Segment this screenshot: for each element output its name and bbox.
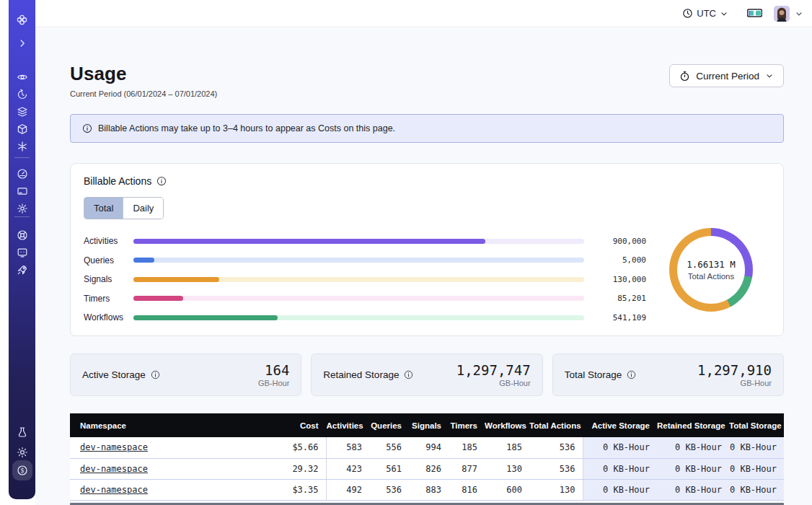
bar-value: 5,000 [584, 255, 646, 265]
cell-namespace: dev-namespace [70, 437, 261, 458]
storage-card-value: 1,297,747 [456, 363, 531, 378]
storage-card-unit: GB-Hour [697, 379, 772, 387]
cell-signals: 883 [409, 479, 449, 500]
cell-cost: $3.35 [261, 479, 326, 500]
cell-retained-storage: 0 KB-Hour [657, 479, 729, 500]
namespace-link[interactable]: dev-namespace [80, 464, 148, 474]
column-header-signals: Signals [409, 413, 449, 437]
column-header-retained-storage: Retained Storage [657, 413, 729, 437]
bar-row-timers: Timers85,201 [84, 289, 646, 309]
table-header-row: NamespaceCostActivitiesQueriesSignalsTim… [70, 413, 784, 437]
retry-clock-icon[interactable] [9, 89, 35, 100]
temporal-logo-icon[interactable] [9, 14, 35, 26]
bar-row-queries: Queries5,000 [84, 251, 646, 271]
bar-value: 85,201 [584, 294, 646, 303]
tab-total[interactable]: Total [84, 198, 123, 219]
namespace-link[interactable]: dev-namespace [80, 442, 148, 452]
page-subtitle: Current Period (06/01/2024 – 07/01/2024) [70, 89, 217, 98]
current-period-label: Current Period [696, 71, 759, 82]
cell-workflows: 600 [485, 479, 529, 500]
cell-active-storage: 0 KB-Hour [583, 437, 657, 458]
dollar-coin-icon: $ [17, 465, 28, 476]
bar-fill [133, 296, 183, 301]
cube-icon[interactable] [9, 123, 35, 135]
usage-billing-active-button[interactable]: $ [12, 460, 32, 480]
account-menu-chevron-icon[interactable] [795, 9, 803, 18]
timezone-selector[interactable]: UTC [682, 8, 728, 19]
credit-card-icon[interactable] [9, 185, 35, 197]
bar-track [133, 258, 584, 263]
cell-queries: 561 [369, 458, 409, 479]
table-row: dev-namespace$3.354925368838166001300 KB… [70, 479, 784, 500]
info-icon[interactable] [404, 370, 413, 379]
active-storage-card: Active Storage164GB-Hour [70, 354, 301, 396]
cell-timers: 816 [449, 479, 485, 500]
3d-glasses-icon[interactable] [747, 9, 762, 18]
cell-activities: 583 [326, 437, 369, 458]
flask-icon[interactable] [9, 426, 35, 438]
horizontal-scrollbar[interactable] [70, 503, 784, 505]
bar-label: Queries [84, 255, 133, 265]
main-content: Usage Current Period (06/01/2024 – 07/01… [35, 28, 812, 505]
column-header-namespace: Namespace [70, 413, 261, 437]
billable-actions-title: Billable Actions [84, 175, 151, 187]
cell-signals: 994 [409, 437, 449, 458]
namespace-link[interactable]: dev-namespace [80, 485, 148, 495]
storage-card-value: 164 [258, 363, 289, 378]
bar-label: Workflows [84, 312, 133, 322]
cell-queries: 536 [369, 479, 409, 500]
total-daily-toggle: TotalDaily [84, 197, 164, 219]
nexus-asterisk-icon[interactable] [9, 141, 35, 152]
storage-card-label: Total Storage [565, 369, 622, 380]
bar-track [133, 239, 584, 244]
storage-card-label: Retained Storage [323, 369, 399, 380]
namespace-usage-table: NamespaceCostActivitiesQueriesSignalsTim… [70, 413, 784, 505]
info-icon [82, 123, 92, 133]
top-bar: UTC [35, 0, 812, 27]
svg-text:$: $ [20, 467, 24, 474]
storage-card-unit: GB-Hour [456, 379, 531, 387]
cell-retained-storage: 0 KB-Hour [657, 437, 729, 458]
eye-icon[interactable] [9, 71, 35, 83]
layers-icon[interactable] [9, 106, 35, 118]
cell-activities: 423 [326, 458, 369, 479]
lifebuoy-icon[interactable] [9, 229, 35, 241]
bar-fill [133, 239, 485, 244]
storage-card-label: Active Storage [82, 369, 146, 380]
cell-cost: 29.32 [261, 458, 326, 479]
bar-value: 130,000 [584, 275, 646, 284]
tab-daily[interactable]: Daily [123, 198, 163, 219]
bar-track [133, 277, 584, 282]
bar-fill [133, 258, 154, 263]
cell-total-storage: 0 KB-Hour [729, 458, 784, 479]
column-header-workflows: Workflows [485, 413, 529, 437]
sun-icon[interactable] [9, 447, 35, 458]
bar-row-workflows: Workflows541,109 [84, 308, 646, 328]
column-header-activities: Activities [326, 413, 369, 437]
cell-cost: $5.66 [261, 437, 326, 458]
chevron-down-icon [720, 9, 728, 18]
bar-track [133, 296, 584, 301]
info-icon[interactable] [151, 370, 160, 379]
storage-cards-row: Active Storage164GB-HourRetained Storage… [70, 354, 784, 396]
monitor-feedback-icon[interactable] [9, 247, 35, 258]
cell-total-storage: 0 KB-Hour [729, 437, 784, 458]
cell-signals: 826 [409, 458, 449, 479]
user-avatar[interactable] [774, 6, 790, 22]
cell-total-actions: 130 [529, 479, 583, 500]
cell-namespace: dev-namespace [70, 479, 261, 500]
gauge-icon[interactable] [9, 168, 35, 180]
info-banner-text: Billable Actions may take up to 3–4 hour… [98, 123, 395, 133]
info-icon[interactable] [627, 370, 636, 379]
info-icon[interactable] [156, 176, 167, 186]
table-row: dev-namespace$5.665835569941851855360 KB… [70, 437, 784, 458]
column-header-total-storage: Total Storage [729, 413, 784, 437]
bar-label: Timers [84, 294, 133, 304]
gear-icon[interactable] [9, 203, 35, 214]
current-period-button[interactable]: Current Period [669, 64, 784, 87]
rocket-icon[interactable] [9, 264, 35, 276]
chevron-right-icon[interactable] [9, 38, 35, 48]
bar-value: 541,109 [584, 313, 646, 322]
cell-workflows: 130 [485, 458, 529, 479]
cell-active-storage: 0 KB-Hour [583, 458, 657, 479]
